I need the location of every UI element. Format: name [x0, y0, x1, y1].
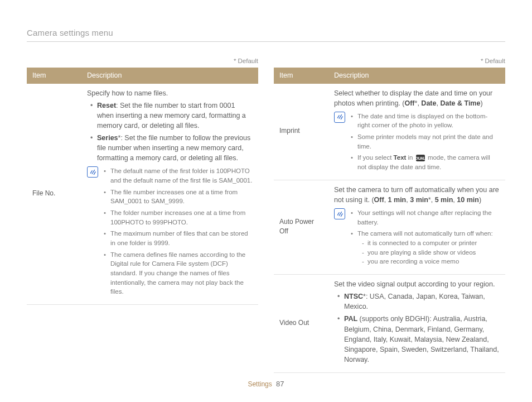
note-icon [87, 166, 98, 178]
video-out-intro: Set the video signal output according to… [334, 279, 500, 289]
row-video-out: Video Out Set the video signal output ac… [274, 275, 505, 373]
apo-sub-0: it is connected to a computer or printer [362, 238, 500, 248]
left-column: * Default Item Description File No. Spec… [27, 56, 258, 373]
file-no-note-3: The maximum number of files that can be … [104, 229, 253, 247]
apo-sub-2: you are recording a voice memo [362, 257, 500, 266]
row-imprint: Imprint Select whether to display the da… [274, 84, 505, 180]
imprint-note-0: The date and time is displayed on the bo… [351, 112, 500, 130]
file-no-reset: Reset: Set the file number to start from… [90, 100, 253, 131]
settings-table-left: Item Description File No. Specify how to… [27, 68, 258, 305]
file-no-note-0: The default name of the first folder is … [104, 166, 253, 185]
footer-page-number: 87 [276, 380, 284, 388]
row-file-no: File No. Specify how to name files. Rese… [27, 84, 258, 305]
default-marker-right: * Default [274, 56, 505, 66]
label-auto-power-off: Auto Power Off [274, 180, 328, 274]
file-no-series: Series*: Set the file number to follow t… [90, 133, 253, 163]
th-item: Item [27, 68, 81, 83]
th-item-r: Item [274, 68, 328, 83]
file-no-note-1: The file number increases one at a time … [104, 188, 253, 206]
default-marker-left: * Default [27, 56, 258, 66]
label-file-no: File No. [27, 84, 81, 305]
label-video-out: Video Out [274, 275, 328, 373]
mode-dial-icon: DUAL [416, 155, 425, 161]
imprint-intro: Select whether to display the date and t… [334, 88, 500, 108]
imprint-note-1: Some printer models may not print the da… [351, 132, 500, 151]
file-no-note-2: The folder number increases one at a tim… [104, 208, 253, 227]
th-desc-r: Description [328, 68, 505, 83]
apo-note-1: The camera will not automatically turn o… [351, 229, 500, 266]
footer-section: Settings [248, 380, 272, 388]
label-imprint: Imprint [274, 84, 328, 180]
apo-note-0: Your settings will not change after repl… [351, 208, 500, 227]
imprint-notebox: The date and time is displayed on the bo… [334, 112, 500, 174]
video-out-pal: PAL (supports only BDGHI): Australia, Au… [337, 314, 500, 365]
video-out-ntsc: NTSC*: USA, Canada, Japan, Korea, Taiwan… [337, 291, 500, 312]
apo-sub-1: you are playing a slide show or videos [362, 248, 500, 257]
section-title: Camera settings menu [27, 27, 505, 42]
file-no-notebox: The default name of the first folder is … [87, 166, 253, 299]
th-desc: Description [81, 68, 258, 83]
right-column: * Default Item Description Imprint Selec… [274, 56, 505, 373]
apo-intro: Set the camera to turn off automatically… [334, 185, 500, 205]
apo-notebox: Your settings will not change after repl… [334, 208, 500, 269]
file-no-note-4: The camera defines file names according … [104, 250, 253, 296]
note-icon [334, 112, 345, 123]
row-auto-power-off: Auto Power Off Set the camera to turn of… [274, 180, 505, 274]
page-footer: Settings 87 [0, 379, 532, 390]
imprint-note-2: If you select Text in DUAL mode, the cam… [351, 153, 500, 171]
settings-table-right: Item Description Imprint Select whether … [274, 68, 505, 373]
note-icon [334, 208, 345, 219]
file-no-intro: Specify how to name files. [87, 88, 253, 98]
